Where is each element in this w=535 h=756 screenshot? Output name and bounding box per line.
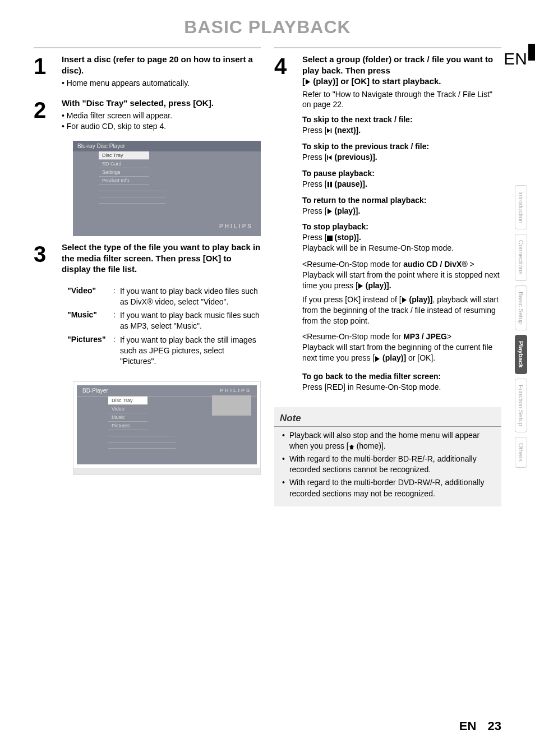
philips-brand-text: PHILIPS	[219, 223, 253, 229]
def-description: If you want to play back music files suc…	[120, 310, 261, 335]
language-corner-badge: EN	[504, 49, 527, 68]
mock-menu-item: Pictures	[108, 422, 147, 430]
step-number: 2	[34, 98, 62, 132]
mock-menu-item: SD Card	[99, 160, 149, 168]
prev-icon	[327, 155, 333, 160]
def-description: If you want to play back video files suc…	[120, 286, 261, 311]
ros-cd-heading: <Resume-On-Stop mode for audio CD / DivX…	[302, 259, 501, 270]
ros-mp3-text: Playback will start from the beginning o…	[302, 342, 501, 363]
stop-text: Press [ (stop)].	[302, 232, 501, 243]
back-media-text: Press [RED] in Resume-On-Stop mode.	[302, 382, 501, 393]
mock-menu-item: Disc Tray	[99, 151, 149, 160]
def-separator: :	[113, 286, 120, 311]
side-tab-connections[interactable]: Connections	[515, 234, 527, 280]
step-2: 2 With "Disc Tray" selected, press [OK].…	[34, 98, 261, 132]
mock-menu-item: Video	[108, 405, 147, 413]
side-tab-basic-setup[interactable]: Basic Setup	[515, 285, 527, 331]
bd-player-mock: BD-Player PHILIPS Disc TrayVideoMusicPic…	[73, 381, 261, 475]
side-tab-function-setup[interactable]: Function Setup	[515, 379, 527, 432]
ros-mp3-heading: <Resume-On-Stop mode for MP3 / JPEG>	[302, 331, 501, 342]
ros-cd-text2: If you press [OK] instead of [ (play)], …	[302, 294, 501, 326]
note-box: Note Playback will also stop and the hom…	[274, 407, 501, 506]
def-term: "Pictures"	[67, 335, 113, 370]
file-type-definitions: "Video":If you want to play back video f…	[67, 286, 261, 370]
skip-next-text: Press [ (next)].	[302, 125, 501, 136]
right-column: 4 Select a group (folder) or track / fil…	[274, 48, 501, 506]
note-item: Playback will also stop and the home men…	[282, 430, 494, 452]
def-description: If you want to play back the still image…	[120, 335, 261, 370]
mock-title: Blu-ray Disc Player	[73, 141, 261, 151]
home-icon	[349, 444, 354, 450]
pause-icon	[327, 182, 333, 187]
step-heading: Select a group (folder) or track / file …	[302, 54, 501, 87]
next-icon	[327, 128, 333, 133]
bluray-player-mock: Blu-ray Disc Player Disc TraySD CardSett…	[73, 141, 261, 236]
mock-menu-item: Disc Tray	[108, 397, 147, 405]
def-separator: :	[113, 310, 120, 335]
step-heading: Insert a disc (refer to page 20 on how t…	[62, 54, 261, 76]
side-tabs: IntroductionConnectionsBasic SetupPlayba…	[515, 185, 532, 472]
side-tab-introduction[interactable]: Introduction	[515, 185, 527, 229]
step-number: 3	[34, 242, 62, 277]
step-heading: Select the type of the file you want to …	[62, 242, 261, 275]
play-icon	[327, 209, 333, 214]
pause-heading: To pause playback:	[302, 168, 501, 179]
mock-menu-item: Product Info	[99, 177, 149, 185]
note-item: With regard to the multi-border DVD-RW/-…	[282, 477, 494, 499]
skip-prev-heading: To skip to the previous track / file:	[302, 141, 501, 152]
play-icon	[375, 356, 380, 362]
def-row: "Video":If you want to play back video f…	[67, 286, 261, 311]
def-row: "Pictures":If you want to play back the …	[67, 335, 261, 370]
stop-heading: To stop playback:	[302, 222, 501, 232]
note-title: Note	[274, 407, 501, 427]
page-title: BASIC PLAYBACK	[0, 0, 535, 48]
refer-text: Refer to "How to Navigate through the Tr…	[302, 89, 501, 110]
bullet-item: Media filter screen will appear.	[62, 110, 261, 121]
resume-heading: To return to the normal playback:	[302, 195, 501, 206]
page-footer: EN 23	[459, 719, 501, 734]
step-number: 1	[34, 54, 62, 89]
play-icon	[402, 297, 407, 303]
step-number: 4	[274, 54, 302, 398]
def-term: "Music"	[67, 310, 113, 335]
step-1: 1 Insert a disc (refer to page 20 on how…	[34, 54, 261, 89]
skip-prev-text: Press [ (previous)].	[302, 152, 501, 163]
step-heading: With "Disc Tray" selected, press [OK].	[62, 98, 261, 109]
play-icon	[358, 283, 363, 289]
left-column: 1 Insert a disc (refer to page 20 on how…	[34, 48, 261, 506]
note-item: With regard to the multi-border BD-RE/-R…	[282, 454, 494, 476]
side-tab-playback[interactable]: Playback	[515, 335, 527, 374]
step-4: 4 Select a group (folder) or track / fil…	[274, 54, 501, 398]
footer-page-number: 23	[488, 719, 501, 733]
skip-next-heading: To skip to the next track / file:	[302, 114, 501, 125]
resume-text: Press [ (play)].	[302, 206, 501, 216]
play-icon	[305, 79, 311, 85]
step-3: 3 Select the type of the file you want t…	[34, 242, 261, 277]
side-tab-others[interactable]: Others	[515, 437, 527, 468]
def-term: "Video"	[67, 286, 113, 311]
stop-note: Playback will be in Resume-On-Stop mode.	[302, 243, 501, 253]
def-separator: :	[113, 335, 120, 370]
ros-cd-text1: Playback will start from the point where…	[302, 270, 501, 291]
pause-text: Press [ (pause)].	[302, 179, 501, 190]
def-row: "Music":If you want to play back music f…	[67, 310, 261, 335]
bullet-item: Home menu appears automatically.	[62, 78, 261, 89]
philips-brand-text: PHILIPS	[220, 388, 251, 394]
mock-menu-item: Settings	[99, 168, 149, 177]
mock-menu-item: Music	[108, 413, 147, 422]
footer-lang: EN	[459, 719, 477, 733]
mock-header-label: BD-Player	[82, 388, 108, 394]
back-media-heading: To go back to the media filter screen:	[302, 371, 501, 382]
bullet-item: For audio CD, skip to step 4.	[62, 121, 261, 132]
stop-icon	[327, 236, 333, 241]
